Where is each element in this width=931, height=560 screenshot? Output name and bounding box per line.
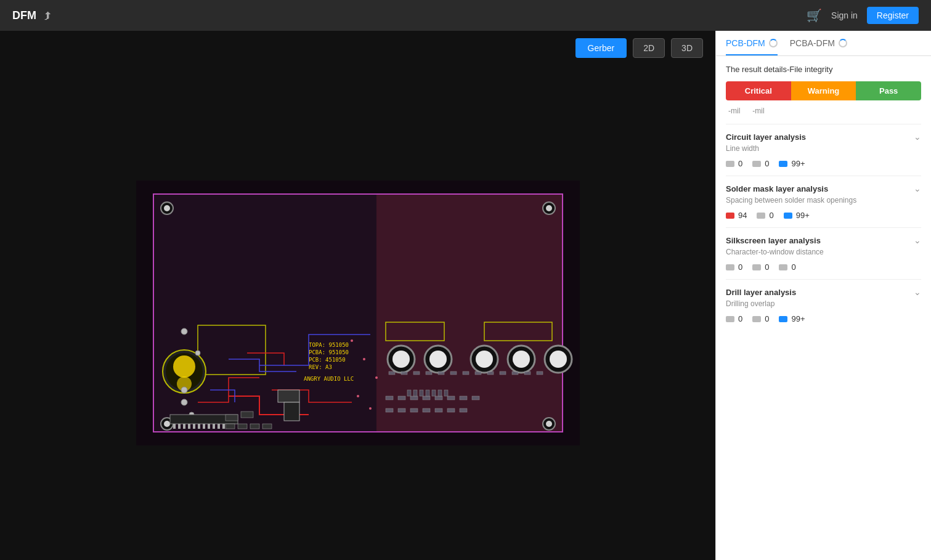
svg-rect-37 <box>423 396 430 400</box>
circuit-metrics: 0 0 99+ <box>726 159 921 168</box>
tab-pcba-dfm[interactable]: PCBA-DFM <box>790 38 847 55</box>
svg-point-14 <box>513 351 530 368</box>
svg-point-8 <box>392 351 410 368</box>
svg-rect-66 <box>432 390 436 396</box>
svg-point-20 <box>546 205 552 211</box>
solder-section-header[interactable]: Solder mask layer analysis ⌄ <box>726 184 921 193</box>
solder-metric-3: 99+ <box>784 211 810 220</box>
svg-rect-43 <box>398 408 405 412</box>
warning-button[interactable]: Warning <box>791 81 856 100</box>
toolbar-row: Gerber 2D 3D <box>0 31 715 65</box>
main-content: Gerber 2D 3D <box>0 31 931 560</box>
upload-icon[interactable]: ⮭︎ <box>43 9 54 22</box>
svg-rect-67 <box>438 390 442 396</box>
circuit-value-3: 99+ <box>791 159 805 168</box>
pcb-board[interactable]: TOPA: 951050 PCBA: 951050 PCB: 451050 RE… <box>136 181 580 445</box>
silkscreen-metric-1: 0 <box>726 262 742 272</box>
svg-text:PCBA: 951050: PCBA: 951050 <box>309 349 349 355</box>
status-buttons: Critical Warning Pass <box>726 81 921 100</box>
svg-rect-56 <box>475 371 481 375</box>
pass-button[interactable]: Pass <box>856 81 921 100</box>
register-button[interactable]: Register <box>867 7 919 24</box>
svg-rect-57 <box>487 371 494 375</box>
svg-rect-48 <box>460 408 467 412</box>
svg-rect-38 <box>435 396 442 400</box>
svg-point-10 <box>429 351 447 368</box>
svg-rect-87 <box>193 424 195 429</box>
tab-pcb-dfm[interactable]: PCB-DFM <box>726 38 778 55</box>
drill-value-1: 0 <box>738 314 742 323</box>
circuit-value-1: 0 <box>738 159 742 168</box>
panel-body: The result details-File integrity Critic… <box>716 56 931 560</box>
solder-mask-section: Solder mask layer analysis ⌄ Spacing bet… <box>726 176 921 227</box>
circuit-section-header[interactable]: Circuit layer analysis ⌄ <box>726 132 921 142</box>
circuit-value-2: 0 <box>765 159 769 168</box>
circuit-section-title: Circuit layer analysis <box>726 132 806 142</box>
drill-section-subtitle: Drilling overlap <box>726 299 921 308</box>
drill-dot-1 <box>726 316 734 322</box>
solder-dot-2 <box>757 213 765 219</box>
solder-value-1: 94 <box>738 211 747 220</box>
svg-point-80 <box>181 399 187 405</box>
svg-point-12 <box>476 351 493 368</box>
svg-rect-62 <box>407 390 411 396</box>
svg-rect-49 <box>389 371 395 375</box>
solder-dot-3 <box>784 213 792 219</box>
solder-dot-1 <box>726 213 734 219</box>
circuit-metric-1: 0 <box>726 159 742 168</box>
drill-metric-2: 0 <box>752 314 769 323</box>
drill-dot-3 <box>779 316 787 322</box>
svg-rect-42 <box>386 408 393 412</box>
svg-rect-99 <box>250 424 259 429</box>
silkscreen-value-3: 0 <box>791 262 795 272</box>
svg-rect-92 <box>218 424 220 429</box>
circuit-chevron-icon: ⌄ <box>914 132 921 142</box>
svg-point-73 <box>363 358 365 360</box>
silkscreen-section-title: Silkscreen layer analysis <box>726 236 821 245</box>
view-2d-button[interactable]: 2D <box>633 38 665 58</box>
svg-point-24 <box>546 421 552 427</box>
canvas-area: Gerber 2D 3D <box>0 31 715 560</box>
svg-rect-51 <box>413 371 420 375</box>
solder-section-subtitle: Spacing between solder mask openings <box>726 196 921 205</box>
drill-section-header[interactable]: Drill layer analysis ⌄ <box>726 287 921 297</box>
svg-rect-100 <box>262 424 272 429</box>
svg-point-78 <box>195 351 200 355</box>
svg-rect-36 <box>410 396 418 400</box>
pcba-dfm-spinner <box>839 39 847 47</box>
circuit-metric-2: 0 <box>752 159 769 168</box>
svg-rect-46 <box>435 408 442 412</box>
svg-rect-39 <box>447 396 455 400</box>
pcb-dfm-spinner <box>769 39 778 47</box>
drill-value-2: 0 <box>765 314 769 323</box>
tab-pcb-dfm-label: PCB-DFM <box>726 38 765 48</box>
gerber-button[interactable]: Gerber <box>575 38 627 58</box>
topbar: DFM ⮭︎ 🛒 Sign in Register <box>0 0 931 31</box>
silkscreen-value-2: 0 <box>765 262 769 272</box>
svg-rect-44 <box>410 408 418 412</box>
svg-rect-88 <box>198 424 200 429</box>
svg-text:PCB: 451050: PCB: 451050 <box>309 357 346 363</box>
critical-button[interactable]: Critical <box>726 81 791 100</box>
signin-link[interactable]: Sign in <box>831 10 858 20</box>
drill-layer-section: Drill layer analysis ⌄ Drilling overlap … <box>726 279 921 331</box>
svg-point-74 <box>375 376 378 379</box>
svg-point-18 <box>164 205 170 211</box>
silkscreen-value-1: 0 <box>738 262 742 272</box>
svg-rect-69 <box>278 390 299 402</box>
app-title: DFM <box>12 9 36 22</box>
topbar-left: DFM ⮭︎ <box>12 9 54 22</box>
svg-rect-59 <box>512 371 518 375</box>
drill-metric-1: 0 <box>726 314 742 323</box>
circuit-dot-3 <box>779 161 787 167</box>
cart-icon[interactable]: 🛒 <box>807 8 822 23</box>
svg-rect-85 <box>183 424 185 429</box>
svg-rect-47 <box>447 408 455 412</box>
silkscreen-dot-2 <box>752 264 761 270</box>
svg-rect-93 <box>222 424 225 429</box>
svg-rect-3 <box>376 195 562 431</box>
view-3d-button[interactable]: 3D <box>671 38 703 58</box>
silkscreen-section-header[interactable]: Silkscreen layer analysis ⌄ <box>726 235 921 245</box>
svg-rect-40 <box>460 396 467 400</box>
drill-value-3: 99+ <box>791 314 805 323</box>
